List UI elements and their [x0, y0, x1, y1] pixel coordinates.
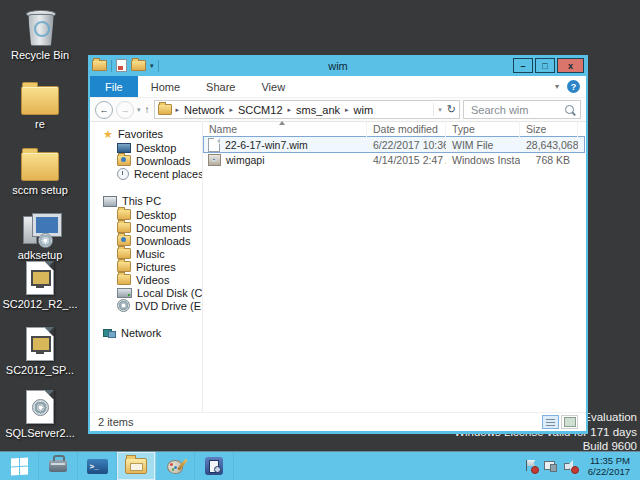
desktop-icon-sc2012-r2[interactable]: SC2012_R2_...: [1, 261, 79, 310]
breadcrumb-sms-ank[interactable]: sms_ank: [293, 104, 343, 116]
sidebar-item-local-disk-c[interactable]: Local Disk (C:): [90, 286, 202, 299]
sidebar-item-desktop[interactable]: Desktop: [90, 141, 202, 154]
setup-file-icon: [26, 261, 54, 295]
downloads-icon: [117, 235, 131, 246]
volume-muted-icon[interactable]: [564, 460, 577, 472]
status-bar: 2 items: [90, 412, 586, 431]
large-icons-view-button[interactable]: [561, 415, 578, 429]
recent-locations-dropdown[interactable]: ▾: [137, 106, 141, 114]
refresh-icon[interactable]: ↻: [447, 103, 456, 116]
taskbar-config-manager-button[interactable]: [195, 452, 234, 480]
column-header-date-modified[interactable]: Date modified: [367, 121, 446, 137]
file-row-wimgapi[interactable]: wimgapi 4/14/2015 2:47 AM Windows Instal…: [204, 152, 584, 167]
sidebar-item-dvd-drive-e[interactable]: DVD Drive (E:) SQLSe: [90, 299, 202, 312]
search-input[interactable]: [469, 103, 565, 117]
taskbar-file-explorer-button[interactable]: [117, 452, 156, 480]
clock-date: 6/22/2017: [588, 466, 630, 477]
column-header-size[interactable]: Size: [520, 121, 578, 137]
downloads-icon: [117, 155, 131, 166]
file-explorer-icon: [125, 458, 147, 474]
powershell-icon: >_: [87, 459, 108, 474]
disc-file-icon: [26, 390, 54, 424]
tab-file[interactable]: File: [90, 76, 138, 97]
search-box[interactable]: [463, 100, 581, 119]
sidebar-item-label: Desktop: [136, 209, 176, 221]
sidebar-item-desktop-pc[interactable]: Desktop: [90, 208, 202, 221]
title-bar[interactable]: ▾ wim – □ x: [88, 55, 588, 76]
folder-icon: [117, 222, 131, 233]
sidebar-item-label: Downloads: [136, 235, 190, 247]
minimize-button[interactable]: –: [513, 58, 533, 73]
taskbar-paint-button[interactable]: [156, 452, 195, 480]
sidebar-group-label: Network: [121, 327, 161, 339]
sidebar-item-label: Local Disk (C:): [137, 287, 203, 299]
column-header-type[interactable]: Type: [446, 121, 520, 137]
start-button[interactable]: [0, 452, 39, 480]
maximize-button[interactable]: □: [535, 58, 555, 73]
file-date-modified: 6/22/2017 10:36 AM: [367, 139, 446, 151]
taskbar-powershell-button[interactable]: >_: [78, 452, 117, 480]
sidebar-item-label: Desktop: [136, 142, 176, 154]
explorer-content: ★ Favorites Desktop Downloads Recent pla…: [90, 121, 586, 413]
sidebar-group-this-pc[interactable]: This PC: [90, 194, 202, 208]
address-dropdown-icon[interactable]: ▾: [438, 106, 442, 114]
tab-view[interactable]: View: [248, 76, 298, 97]
file-name: wimgapi: [226, 154, 265, 166]
sidebar-item-label: Pictures: [136, 261, 176, 273]
sidebar-item-documents[interactable]: Documents: [90, 221, 202, 234]
sidebar-item-downloads-pc[interactable]: Downloads: [90, 234, 202, 247]
sidebar-item-music[interactable]: Music: [90, 247, 202, 260]
tab-share[interactable]: Share: [193, 76, 248, 97]
action-center-flag-icon[interactable]: [524, 460, 537, 472]
close-button[interactable]: x: [557, 58, 584, 73]
desktop-icon-adksetup[interactable]: adksetup: [1, 212, 79, 261]
expand-ribbon-chevron-icon[interactable]: ▾: [555, 82, 559, 91]
item-count: 2 items: [98, 416, 133, 428]
desktop-icon-label: SC2012_R2_...: [2, 298, 77, 310]
window-body: File Home Share View ▾ ? ← → ▾ ↑ ▸ Netwo…: [90, 76, 586, 431]
address-bar[interactable]: ▸ Network ▸ SCCM12 ▸ sms_ank ▸ wim ▾ ↻: [154, 100, 460, 119]
network-status-icon[interactable]: [544, 460, 557, 472]
properties-button[interactable]: [116, 59, 127, 72]
desktop-icon-recycle-bin[interactable]: Recycle Bin: [1, 8, 79, 61]
taskbar-server-manager-button[interactable]: [39, 452, 78, 480]
server-manager-icon: [49, 460, 67, 472]
navigation-pane: ★ Favorites Desktop Downloads Recent pla…: [90, 121, 203, 413]
up-button[interactable]: ↑: [144, 104, 151, 115]
taskbar-clock[interactable]: 11:35 PM 6/22/2017: [584, 455, 634, 477]
breadcrumb-network[interactable]: Network: [181, 104, 227, 116]
desktop-icon-re[interactable]: re: [1, 86, 79, 130]
desktop-icon-sqlserver[interactable]: SQLServer2...: [1, 390, 79, 439]
hard-drive-icon: [117, 288, 132, 298]
sidebar-group-favorites[interactable]: ★ Favorites: [90, 127, 202, 141]
customize-qat-dropdown[interactable]: ▾: [150, 62, 154, 69]
clock-time: 11:35 PM: [590, 455, 630, 466]
back-button[interactable]: ←: [95, 101, 113, 119]
help-button[interactable]: ?: [567, 80, 580, 93]
file-name: 22-6-17-win7.wim: [225, 139, 308, 151]
sidebar-item-videos[interactable]: Videos: [90, 273, 202, 286]
sidebar-group-network[interactable]: Network: [90, 326, 202, 340]
new-folder-button[interactable]: [131, 60, 146, 71]
desktop-icon-sccm-setup[interactable]: sccm setup: [1, 152, 79, 196]
column-header-name[interactable]: Name: [203, 121, 367, 137]
file-row-wim[interactable]: 22-6-17-win7.wim 6/22/2017 10:36 AM WIM …: [204, 137, 584, 152]
tab-home[interactable]: Home: [138, 76, 193, 97]
breadcrumb-sccm12[interactable]: SCCM12: [235, 104, 286, 116]
music-folder-icon: [117, 248, 131, 259]
configuration-manager-icon: [205, 457, 223, 475]
setup-file-icon: [26, 327, 54, 361]
setup-application-icon: [21, 212, 59, 246]
file-type: WIM File: [446, 139, 520, 151]
search-icon[interactable]: [565, 105, 574, 114]
breadcrumb-wim[interactable]: wim: [351, 104, 377, 116]
navigation-bar: ← → ▾ ↑ ▸ Network ▸ SCCM12 ▸ sms_ank ▸ w…: [90, 98, 586, 122]
desktop-icon-sc2012-sp[interactable]: SC2012_SP...: [1, 327, 79, 376]
system-tray: 11:35 PM 6/22/2017: [524, 452, 640, 480]
sidebar-item-downloads[interactable]: Downloads: [90, 154, 202, 167]
details-view-button[interactable]: [542, 415, 559, 429]
sidebar-item-pictures[interactable]: Pictures: [90, 260, 202, 273]
desktop-icon-label: sccm setup: [12, 184, 68, 196]
quick-access-toolbar: ▾: [92, 59, 159, 72]
sidebar-item-recent-places[interactable]: Recent places: [90, 167, 202, 180]
